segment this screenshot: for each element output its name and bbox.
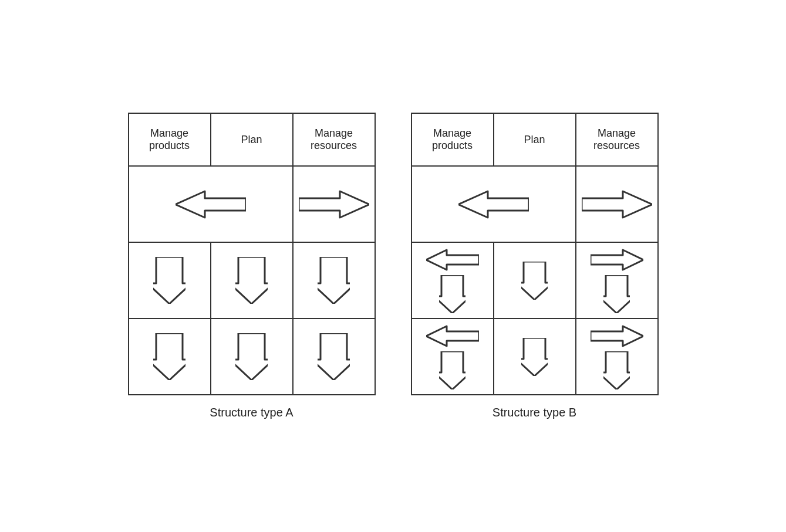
cell-b-row3-col2 (494, 318, 576, 395)
col-header-manage-products-a: Manageproducts (129, 113, 211, 166)
svg-marker-5 (153, 333, 185, 380)
cell-b-row1-col3 (576, 166, 658, 242)
arrow-down-b-r3c2 (521, 338, 548, 376)
arrow-down-a-r2c3 (318, 257, 350, 304)
arrow-right-b-r3c3 (591, 324, 643, 348)
svg-marker-1 (299, 191, 369, 218)
svg-marker-0 (176, 191, 246, 218)
diagram-a-table: Manageproducts Plan Manageresources (128, 113, 376, 395)
diagram-a-label: Structure type A (210, 406, 293, 419)
arrow-down-a-r2c1 (153, 257, 185, 304)
col-header-plan-a: Plan (211, 113, 293, 166)
col-header-manage-resources-b: Manageresources (576, 113, 658, 166)
svg-marker-19 (603, 351, 630, 389)
arrow-down-a-r2c2 (235, 257, 268, 304)
col-header-manage-resources-a: Manageresources (293, 113, 375, 166)
arrow-right-b-r2c3 (591, 248, 643, 272)
svg-marker-11 (439, 275, 465, 313)
cell-b-row3-col3 (576, 318, 658, 395)
arrow-left-large-a (176, 188, 246, 221)
diagram-b-wrapper: Manageproducts Plan Manageresources (411, 113, 659, 419)
arrow-down-b-r3c1 (439, 351, 465, 389)
cell-b-row1-col12 (411, 166, 576, 242)
svg-marker-12 (521, 262, 548, 300)
col-header-plan-b: Plan (494, 113, 576, 166)
svg-marker-2 (153, 257, 185, 304)
cell-b-row2-col2 (494, 242, 576, 318)
diagrams-container: Manageproducts Plan Manageresources (128, 113, 659, 419)
cell-b-row3-col1 (411, 318, 494, 395)
svg-marker-4 (318, 257, 350, 304)
cell-a-row2-col2 (211, 242, 293, 318)
diagram-a-wrapper: Manageproducts Plan Manageresources (128, 113, 376, 419)
arrow-right-large-a (299, 188, 369, 221)
cell-b-row2-col1 (411, 242, 494, 318)
arrow-down-a-r3c3 (318, 333, 350, 380)
arrow-down-a-r3c2 (235, 333, 268, 380)
svg-marker-3 (235, 257, 268, 304)
svg-marker-6 (235, 333, 268, 380)
arrow-left-b-r2c1 (426, 248, 479, 272)
cell-a-row3-col1 (129, 318, 211, 395)
cell-a-row1-col12 (129, 166, 293, 242)
cell-a-row2-col1 (129, 242, 211, 318)
svg-marker-7 (318, 333, 350, 380)
arrow-down-b-r2c3 (603, 275, 630, 313)
svg-marker-18 (591, 326, 643, 346)
svg-marker-13 (591, 250, 643, 270)
arrow-right-large-b (582, 188, 652, 221)
svg-marker-10 (426, 250, 479, 270)
col-header-manage-products-b: Manageproducts (411, 113, 494, 166)
arrow-down-b-r3c3 (603, 351, 630, 389)
cell-a-row3-col3 (293, 318, 375, 395)
cell-a-row3-col2 (211, 318, 293, 395)
cell-b-row2-col3 (576, 242, 658, 318)
svg-marker-8 (458, 191, 529, 218)
svg-marker-16 (439, 351, 465, 389)
svg-marker-15 (426, 326, 479, 346)
arrow-left-b-r3c1 (426, 324, 479, 348)
svg-marker-17 (521, 338, 548, 376)
svg-marker-14 (603, 275, 630, 313)
arrow-down-b-r2c2 (521, 262, 548, 300)
arrow-down-b-r2c1 (439, 275, 465, 313)
cell-a-row2-col3 (293, 242, 375, 318)
svg-marker-9 (582, 191, 652, 218)
diagram-b-table: Manageproducts Plan Manageresources (411, 113, 659, 395)
arrow-left-large-b (458, 188, 529, 221)
diagram-b-label: Structure type B (492, 406, 576, 419)
cell-a-row1-col3 (293, 166, 375, 242)
arrow-down-a-r3c1 (153, 333, 185, 380)
